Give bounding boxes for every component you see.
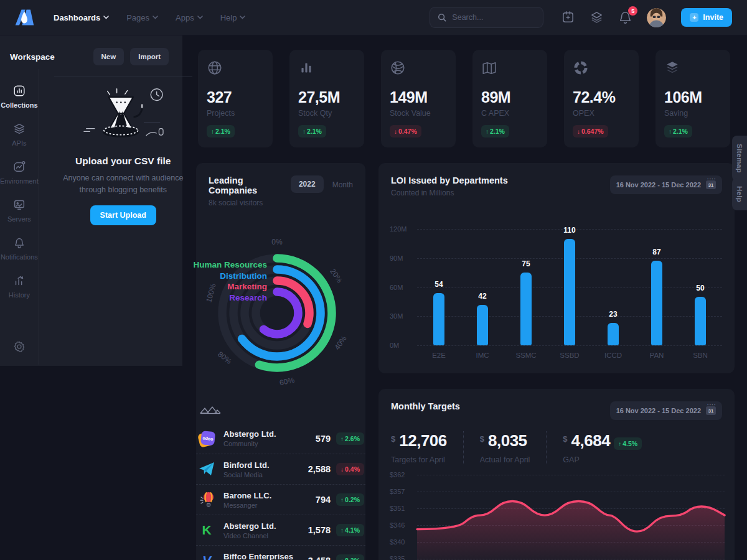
y-axis-tick: 120M xyxy=(390,225,413,233)
trend-badge: 2.1% xyxy=(664,125,692,138)
sitemap-tab[interactable]: Sitemap xyxy=(732,136,747,181)
settings-gear-icon[interactable] xyxy=(0,340,39,353)
stat-label: Saving xyxy=(664,109,721,118)
period-filter[interactable]: Month xyxy=(332,180,353,189)
app-logo-icon[interactable] xyxy=(14,7,35,28)
trend-badge: 2.6% xyxy=(336,432,364,445)
company-row-abstergo-community[interactable]: odoo Abstergo Ltd.Community 579 2.6% xyxy=(196,423,365,454)
y-axis-tick: 90M xyxy=(390,254,413,262)
navbar: Dashboards Pages Apps Help xyxy=(0,0,747,35)
upload-description: Anyone can connect with audience through… xyxy=(53,172,194,197)
date-range-picker[interactable]: 16 Nov 2022 - 15 Dec 2022 31 xyxy=(610,401,722,420)
calendar-icon: 31 xyxy=(706,180,716,189)
main-menu: Dashboards Pages Apps Help xyxy=(54,13,245,22)
menu-item-help[interactable]: Help xyxy=(220,13,246,22)
trend-arrow-icon xyxy=(486,128,489,135)
k-letter-icon: K xyxy=(197,521,216,539)
start-upload-button[interactable]: Start Upload xyxy=(90,205,156,225)
kpi-stats-row: 327 Projects 2.1% 27,5M Stock Qty 2.1% 1… xyxy=(198,50,730,147)
collections-icon xyxy=(12,84,26,98)
loi-subtitle: Counted in Millions xyxy=(391,189,508,197)
trend-badge: 8.3% xyxy=(336,554,364,560)
company-list: odoo Abstergo Ltd.Community 579 2.6% Bin… xyxy=(196,423,365,560)
sidebar-item-collections[interactable]: Collections xyxy=(0,80,39,113)
menu-item-dashboards[interactable]: Dashboards xyxy=(54,13,109,22)
sidebar-item-servers[interactable]: Servers xyxy=(0,194,39,226)
bar-e2e: 54 xyxy=(426,229,451,345)
menu-label: Help xyxy=(220,13,237,22)
menu-item-apps[interactable]: Apps xyxy=(176,13,203,22)
stat-label: Projects xyxy=(207,109,264,118)
layers-icon[interactable] xyxy=(590,10,604,25)
user-avatar[interactable] xyxy=(647,8,666,27)
monthly-targets-title: Monthly Targets xyxy=(391,401,460,411)
chevron-down-icon xyxy=(153,16,158,19)
upload-title: Upload your CSV file xyxy=(53,156,194,167)
bar-ssbd: 110 xyxy=(557,229,582,345)
trend-badge: 4.5% xyxy=(614,437,642,450)
menu-label: Apps xyxy=(176,13,194,22)
sidebar-item-history[interactable]: History xyxy=(0,270,39,302)
sidebar-item-notifications[interactable]: Notifications xyxy=(0,232,39,264)
help-tab[interactable]: Help xyxy=(732,178,747,210)
invite-button[interactable]: + Invite xyxy=(681,8,732,27)
trend-badge: 2.1% xyxy=(298,125,326,138)
menu-label: Dashboards xyxy=(54,13,100,22)
trend-arrow-icon xyxy=(669,128,672,135)
leading-companies-title: Leading Companies xyxy=(209,175,291,195)
stat-label: Stock Qty xyxy=(298,109,355,118)
hourglass-illustration xyxy=(73,83,173,148)
import-button[interactable]: Import xyxy=(130,48,169,65)
segmented-circle-icon xyxy=(573,60,589,76)
company-row-binford[interactable]: Binford Ltd.Social Media 2,588 0.4% xyxy=(196,454,365,484)
sidebar-item-environment[interactable]: Environment xyxy=(0,156,39,189)
year-filter-chip[interactable]: 2022 xyxy=(291,175,324,193)
actual-for-april-stat: $8,035 Actual for April xyxy=(480,431,547,464)
layers-icon xyxy=(664,60,680,76)
stat-label: OPEX xyxy=(573,109,630,118)
stat-card-projects[interactable]: 327 Projects 2.1% xyxy=(198,50,273,147)
calendar-icon: 31 xyxy=(706,406,716,415)
stat-card-saving[interactable]: 106M Saving 2.1% xyxy=(655,50,730,147)
workspace-title: Workspace xyxy=(10,52,55,62)
y-axis-tick: $351 xyxy=(390,505,413,512)
gap-stat: $4,684 4.5% GAP xyxy=(563,431,658,464)
company-row-abstergo-video[interactable]: K Abstergo Ltd.Video Channel 1,578 4.1% xyxy=(196,515,365,545)
bar-iccd: 23 xyxy=(601,229,626,345)
abstergo-app-icon: odoo xyxy=(197,429,216,448)
bar-ssmc: 75 xyxy=(514,229,538,345)
dashboard-app: Dashboards Pages Apps Help xyxy=(0,0,747,560)
company-row-barone[interactable]: Barone LLC.Messanger 794 0.2% xyxy=(196,484,365,515)
sidebar-item-apis[interactable]: APIs xyxy=(0,118,39,151)
stat-value: 327 xyxy=(207,88,264,106)
bar-sbn: 50 xyxy=(688,229,713,345)
menu-item-pages[interactable]: Pages xyxy=(126,13,158,22)
stat-card-stock-value[interactable]: 149M Stock Value 0.47% xyxy=(381,50,456,147)
area-sparkline-icon xyxy=(200,405,222,414)
trend-badge: 0.2% xyxy=(336,493,364,506)
date-range-picker[interactable]: 16 Nov 2022 - 15 Dec 2022 31 xyxy=(610,175,722,194)
search-box[interactable] xyxy=(430,7,543,28)
new-button[interactable]: New xyxy=(93,48,125,65)
chevron-down-icon xyxy=(240,16,245,19)
y-axis-tick: $357 xyxy=(390,488,413,495)
stat-card-opex[interactable]: 72.4% OPEX 0.647% xyxy=(564,50,639,147)
company-row-biffco[interactable]: V Biffco EnterprisesSocial Network 3,458… xyxy=(196,545,365,560)
y-axis-tick: 30M xyxy=(390,312,413,320)
notifications-bell-icon[interactable]: 5 xyxy=(618,10,633,25)
stat-card-capex[interactable]: 89M C APEX 2.1% xyxy=(472,50,547,147)
stat-card-stock-qty[interactable]: 27,5M Stock Qty 2.1% xyxy=(289,50,364,147)
y-axis-tick: 0M xyxy=(390,342,413,349)
stat-value: 89M xyxy=(481,88,538,106)
calendar-add-icon[interactable] xyxy=(561,10,576,25)
v-letter-icon: V xyxy=(197,551,216,560)
plus-icon: + xyxy=(690,13,698,22)
trend-arrow-icon xyxy=(211,128,214,135)
chevron-down-icon xyxy=(197,16,203,19)
line-series xyxy=(417,475,725,560)
menu-label: Pages xyxy=(126,13,149,22)
chevron-down-icon xyxy=(103,16,109,19)
workspace-sidebar: Workspace New Import Collections API xyxy=(0,35,182,366)
y-axis-tick: $340 xyxy=(390,538,413,546)
search-input[interactable] xyxy=(452,13,527,22)
